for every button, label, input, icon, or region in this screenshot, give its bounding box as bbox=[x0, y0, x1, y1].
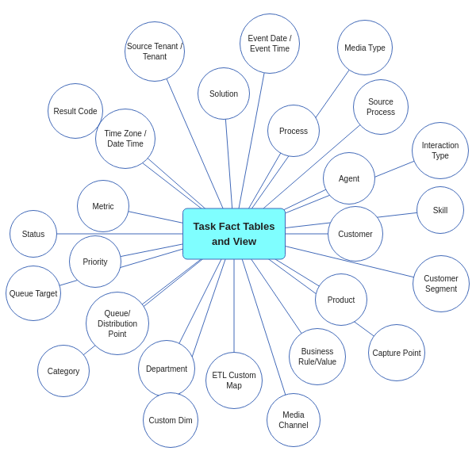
node-queue-dist: Queue/DistributionPoint bbox=[86, 292, 149, 355]
node-department: Department bbox=[138, 340, 195, 397]
node-customer: Customer bbox=[328, 206, 383, 262]
node-source-tenant: Source Tenant /Tenant bbox=[125, 21, 185, 82]
diagram: Source Tenant /TenantEvent Date /Event T… bbox=[0, 0, 476, 474]
node-customer-segment: CustomerSegment bbox=[413, 255, 470, 312]
node-etl-custom: ETL CustomMap bbox=[205, 352, 263, 409]
node-source-process: SourceProcess bbox=[353, 79, 409, 135]
node-metric: Metric bbox=[77, 180, 129, 232]
node-product: Product bbox=[315, 273, 367, 326]
node-status: Status bbox=[10, 210, 57, 258]
node-category: Category bbox=[37, 345, 90, 397]
node-solution: Solution bbox=[198, 67, 250, 120]
node-media-type: Media Type bbox=[337, 20, 393, 75]
center-node: Task Fact Tables and View bbox=[182, 208, 286, 260]
node-agent: Agent bbox=[323, 152, 375, 205]
node-custom-dim: Custom Dim bbox=[143, 392, 198, 448]
node-skill: Skill bbox=[416, 186, 464, 234]
node-priority: Priority bbox=[69, 235, 121, 288]
node-process: Process bbox=[267, 105, 320, 157]
node-timezone: Time Zone /Date Time bbox=[95, 109, 155, 169]
node-queue-target: Queue Target bbox=[6, 266, 61, 321]
node-result-code: Result Code bbox=[48, 83, 103, 139]
node-event-date: Event Date /Event Time bbox=[240, 13, 300, 74]
node-media-channel: MediaChannel bbox=[267, 393, 321, 447]
node-capture-point: Capture Point bbox=[368, 324, 425, 381]
node-business-rule: BusinessRule/Value bbox=[289, 328, 346, 385]
node-interaction-type: InteractionType bbox=[412, 122, 469, 179]
